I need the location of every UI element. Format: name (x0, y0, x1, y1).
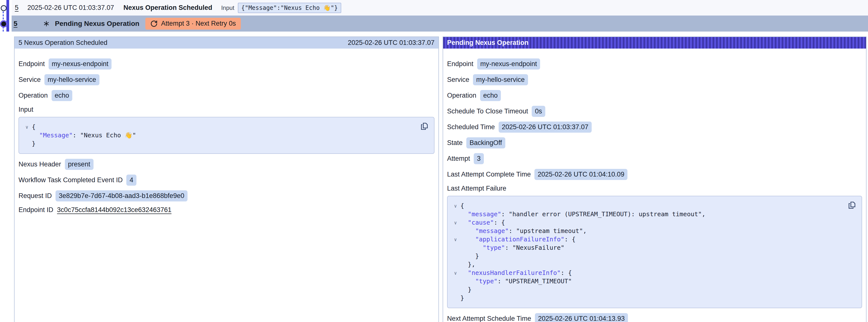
json-line: } (451, 286, 844, 294)
detail-field-row: StateBackingOff (447, 137, 862, 149)
field-label: Operation (19, 92, 48, 99)
detail-field-row: Nexus Headerpresent (19, 159, 434, 170)
json-line: "Message": "Nexus Echo 👋" (22, 131, 417, 139)
copy-icon (420, 122, 429, 131)
attempt-retry-text: Attempt 3 · Next Retry 0s (161, 20, 236, 27)
detail-field-row: Schedule To Close Timeout0s (447, 106, 862, 117)
json-line: ∨ "cause": { (451, 219, 844, 227)
scheduled-panel-header: 5 Nexus Operation Scheduled 2025-02-26 U… (14, 37, 438, 49)
pending-panel-header: Pending Nexus Operation (443, 37, 866, 49)
copy-button[interactable] (847, 201, 857, 210)
input-json-lines: ∨{ "Message": "Nexus Echo 👋"} (22, 123, 417, 148)
json-text: "message": "upstream timeout", (460, 227, 587, 235)
field-value-badge: BackingOff (466, 137, 505, 149)
scheduled-panel-timestamp: 2025-02-26 UTC 01:03:37.07 (348, 39, 434, 46)
field-value-badge: 2025-02-26 UTC 01:04:10.09 (534, 169, 627, 180)
json-line: "type": "NexusFailure" (451, 244, 844, 252)
collapse-chevron-icon[interactable]: ∨ (451, 235, 460, 244)
field-value-badge: my-nexus-endpoint (477, 58, 540, 69)
gutter-spacer (451, 227, 460, 235)
field-value-badge: 2025-02-26 UTC 01:03:37.07 (499, 122, 592, 133)
detail-field-row: Scheduled Time2025-02-26 UTC 01:03:37.07 (447, 122, 862, 133)
gutter-spacer (22, 131, 32, 139)
attempt-retry-badge: Attempt 3 · Next Retry 0s (145, 18, 241, 30)
field-label: Endpoint (447, 60, 473, 68)
copy-button[interactable] (420, 122, 429, 131)
failure-section-label: Last Attempt Failure (447, 185, 862, 192)
collapse-chevron-icon[interactable]: ∨ (22, 123, 32, 131)
event-id-link[interactable]: 5 (15, 4, 19, 11)
json-text: "message": "handler error (UPSTREAM_TIME… (460, 210, 705, 219)
input-preview-label: Input (221, 4, 234, 11)
field-label: Service (19, 76, 41, 84)
json-text: "cause": { (460, 219, 505, 227)
json-line: } (451, 294, 844, 302)
detail-field-row: Last Attempt Complete Time2025-02-26 UTC… (447, 169, 862, 180)
detail-field-row: Next Attempt Schedule Time2025-02-26 UTC… (447, 313, 862, 322)
field-label: Service (447, 76, 469, 84)
event-row-pending-nexus-operation[interactable]: 5 Pending Nexus Operation Attempt 3 · Ne… (11, 15, 868, 32)
json-line: ∨ "applicationFailureInfo": { (451, 235, 844, 244)
field-label: Last Attempt Complete Time (447, 171, 531, 178)
gutter-spacer (451, 294, 460, 302)
json-text: } (460, 294, 464, 302)
field-label: Operation (447, 92, 476, 99)
panel-nexus-operation-scheduled: 5 Nexus Operation Scheduled 2025-02-26 U… (14, 36, 439, 322)
detail-field-row: Endpoint ID3c0c75ccfa8144b092c13ce632463… (19, 206, 434, 214)
collapse-chevron-icon[interactable]: ∨ (451, 269, 460, 277)
json-line: "type": "UPSTREAM_TIMEOUT" (451, 277, 844, 286)
json-line: } (22, 139, 417, 148)
json-text: "type": "UPSTREAM_TIMEOUT" (460, 277, 572, 286)
timeline-filled-circle-icon (1, 22, 6, 26)
field-value-link[interactable]: 3c0c75ccfa8144b092c13ce632463761 (57, 206, 172, 214)
field-label: Next Attempt Schedule Time (447, 315, 531, 322)
pending-fields-bottom: Next Attempt Schedule Time2025-02-26 UTC… (447, 313, 862, 322)
json-text: "applicationFailureInfo": { (460, 235, 576, 244)
field-value-badge: my-hello-service (44, 74, 99, 85)
field-label: State (447, 139, 463, 147)
event-timestamp: 2025-02-26 UTC 01:03:37.07 (27, 4, 114, 11)
field-label: Attempt (447, 155, 470, 162)
json-line: ∨{ (451, 202, 844, 210)
json-text: }, (460, 260, 475, 269)
timeline-open-circle-icon (1, 5, 7, 11)
detail-field-row: Endpointmy-nexus-endpoint (447, 58, 862, 69)
scheduled-fields-top: Endpointmy-nexus-endpointServicemy-hello… (19, 58, 434, 101)
input-section-label: Input (19, 106, 434, 114)
failure-json-lines: ∨{ "message": "handler error (UPSTREAM_T… (451, 202, 844, 302)
detail-field-row: Workflow Task Completed Event ID4 (19, 174, 434, 186)
event-id-link[interactable]: 5 (13, 20, 18, 28)
detail-field-row: Operationecho (19, 90, 434, 101)
pending-operation-title: Pending Nexus Operation (55, 20, 140, 28)
gutter-spacer (451, 252, 460, 260)
json-text: } (460, 252, 479, 260)
field-value-badge: 3 (474, 153, 484, 164)
copy-icon (847, 201, 857, 210)
field-label: Workflow Task Completed Event ID (19, 176, 123, 184)
scheduled-fields-bottom: Nexus HeaderpresentWorkflow Task Complet… (19, 159, 434, 214)
json-text: "nexusHandlerFailureInfo": { (460, 269, 572, 277)
field-label: Endpoint ID (19, 206, 53, 214)
event-timeline-rail (0, 0, 11, 32)
collapse-chevron-icon[interactable]: ∨ (451, 219, 460, 227)
field-value-badge: 0s (532, 106, 545, 117)
json-line: ∨ "nexusHandlerFailureInfo": { (451, 269, 844, 277)
event-row-nexus-operation-scheduled[interactable]: 5 2025-02-26 UTC 01:03:37.07 Nexus Opera… (11, 0, 868, 15)
retry-icon (150, 20, 158, 27)
gutter-spacer (451, 244, 460, 252)
gutter-spacer (451, 210, 460, 219)
detail-field-row: Endpointmy-nexus-endpoint (19, 58, 434, 69)
field-value-badge: 3e829b7e-7d67-4b08-aad3-b1e868bfe9e0 (56, 190, 187, 201)
field-label: Scheduled Time (447, 123, 495, 131)
detail-field-row: Servicemy-hello-service (19, 74, 434, 85)
gutter-spacer (451, 277, 460, 286)
field-label: Schedule To Close Timeout (447, 107, 528, 115)
field-label: Request ID (19, 192, 52, 200)
collapse-chevron-icon[interactable]: ∨ (451, 202, 460, 210)
field-value-badge: my-hello-service (473, 74, 528, 85)
json-line: ∨{ (22, 123, 417, 131)
pending-panel-title: Pending Nexus Operation (447, 39, 528, 46)
field-label: Endpoint (19, 60, 45, 68)
detail-field-row: Attempt3 (447, 153, 862, 164)
field-value-badge: 4 (126, 174, 136, 186)
